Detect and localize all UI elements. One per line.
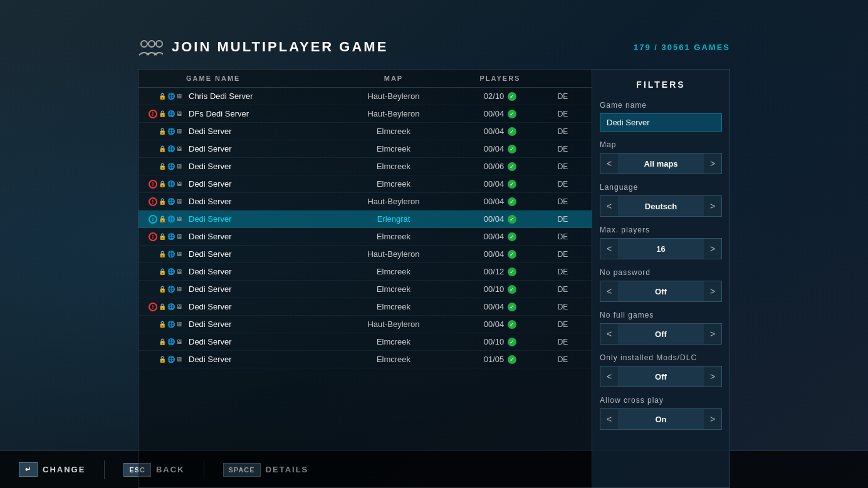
players-cell: 00/10 ✓ — [456, 284, 544, 294]
filters-title: FILTERS — [600, 80, 722, 90]
players-cell: 00/04 ✓ — [456, 197, 544, 206]
filter-map: Map < All maps > — [600, 140, 722, 174]
no-password-next-arrow[interactable]: > — [704, 281, 721, 301]
globe-icon: 🌐 — [167, 304, 175, 310]
filter-max-players: Max. players < 16 > — [600, 226, 722, 259]
lock-icon: 🔒 — [159, 339, 166, 345]
lock-icon: 🔒 — [159, 356, 166, 363]
map-name: Elmcreek — [331, 144, 456, 153]
table-row[interactable]: ! 🔒 🌐 🖥 Dedi Server Haut-Beyleron 00/04 … — [139, 193, 592, 210]
server-name: DFs Dedi Server — [186, 109, 331, 118]
table-row[interactable]: ! 🔒 🌐 🖥 DFs Dedi Server Haut-Beyleron 00… — [139, 105, 592, 123]
table-row[interactable]: 🔒 🌐 🖥 Dedi Server Haut-Beyleron 00/04 ✓ … — [139, 246, 592, 263]
table-header: GAME NAME MAP PLAYERS — [139, 70, 592, 88]
max-players-next-arrow[interactable]: > — [704, 239, 721, 259]
cross-play-value: On — [618, 412, 704, 427]
max-players-prev-arrow[interactable]: < — [600, 239, 618, 259]
status-badge: ✓ — [508, 232, 516, 241]
table-row[interactable]: 🔒 🌐 🖥 Dedi Server Elmcreek 00/12 ✓ DE — [139, 263, 592, 281]
page-header: JOIN MULTIPLAYER GAME 179 / 30561 GAMES — [138, 38, 730, 56]
map-next-arrow[interactable]: > — [704, 153, 721, 174]
screen-icon: 🖥 — [176, 356, 182, 363]
row-icons: 🔒 🌐 🖥 — [149, 128, 186, 135]
lang-badge: DE — [544, 215, 582, 224]
globe-icon: 🌐 — [167, 181, 175, 187]
players-cell: 00/04 ✓ — [456, 249, 544, 259]
game-count: 179 / 30561 GAMES — [634, 43, 730, 52]
lock-icon: 🔒 — [159, 286, 166, 293]
lang-badge: DE — [544, 285, 582, 294]
status-badge: ✓ — [508, 110, 516, 118]
server-name: Dedi Server — [186, 284, 331, 294]
table-row[interactable]: 🔒 🌐 🖥 Dedi Server Haut-Beyleron 00/04 ✓ … — [139, 316, 592, 333]
server-name: Dedi Server — [186, 267, 331, 276]
no-full-games-next-arrow[interactable]: > — [704, 324, 721, 344]
svg-point-2 — [156, 41, 162, 47]
warning-icon: ! — [149, 232, 157, 241]
lang-badge: DE — [544, 110, 582, 118]
only-mods-next-arrow[interactable]: > — [704, 366, 721, 387]
map-label: Map — [600, 140, 722, 149]
map-name: Elmcreek — [331, 162, 456, 171]
no-full-games-value: Off — [618, 327, 704, 341]
filter-no-full-games: No full games < Off > — [600, 311, 722, 345]
cross-play-next-arrow[interactable]: > — [704, 409, 721, 429]
row-icons: 🔒 🌐 🖥 — [149, 321, 186, 328]
globe-icon: 🌐 — [167, 339, 175, 345]
table-row[interactable]: 🔒 🌐 🖥 Dedi Server Elmcreek 01/05 ✓ DE — [139, 351, 592, 368]
only-mods-value: Off — [618, 370, 704, 384]
table-row[interactable]: 🔒 🌐 🖥 Dedi Server Elmcreek 00/10 ✓ DE — [139, 281, 592, 298]
language-next-arrow[interactable]: > — [704, 196, 721, 216]
table-row[interactable]: 🔒 🌐 🖥 Dedi Server Elmcreek 00/04 ✓ DE — [139, 123, 592, 140]
col-players: PLAYERS — [456, 75, 544, 82]
row-icons: 🔒 🌐 🖥 — [149, 146, 186, 152]
no-full-games-prev-arrow[interactable]: < — [600, 324, 618, 344]
lang-badge: DE — [544, 145, 582, 153]
lang-badge: DE — [544, 267, 582, 276]
table-row[interactable]: 🔒 🌐 🖥 Chris Dedi Server Haut-Beyleron 02… — [139, 88, 592, 105]
lock-icon: 🔒 — [159, 234, 166, 240]
max-players-label: Max. players — [600, 226, 722, 234]
status-badge: ✓ — [508, 127, 516, 136]
language-prev-arrow[interactable]: < — [600, 196, 618, 216]
table-row[interactable]: ! 🔒 🌐 🖥 Dedi Server Elmcreek 00/04 ✓ DE — [139, 298, 592, 316]
screen-icon: 🖥 — [176, 93, 182, 100]
globe-icon: 🌐 — [167, 286, 175, 293]
globe-icon: 🌐 — [167, 146, 175, 152]
warning-icon: ! — [149, 303, 157, 311]
no-password-prev-arrow[interactable]: < — [600, 281, 618, 301]
no-password-value: Off — [618, 284, 704, 299]
map-name: Haut-Beyleron — [331, 319, 456, 329]
players-cell: 02/10 ✓ — [456, 91, 544, 101]
only-mods-prev-arrow[interactable]: < — [600, 366, 618, 387]
lock-icon: 🔒 — [159, 111, 166, 117]
warning-icon: ! — [149, 180, 157, 189]
table-row[interactable]: ! 🔒 🌐 🖥 Dedi Server Elmcreek 00/04 ✓ DE — [139, 175, 592, 193]
cross-play-prev-arrow[interactable]: < — [600, 409, 618, 429]
players-cell: 00/04 ✓ — [456, 302, 544, 311]
table-row[interactable]: 🔒 🌐 🖥 Dedi Server Elmcreek 00/06 ✓ DE — [139, 158, 592, 175]
map-prev-arrow[interactable]: < — [600, 153, 618, 174]
status-badge: ✓ — [508, 92, 516, 101]
table-row[interactable]: i 🔒 🌐 🖥 Dedi Server Erlengrat 00/04 ✓ DE — [139, 210, 592, 228]
row-icons: 🔒 🌐 🖥 — [149, 93, 186, 100]
screen-icon: 🖥 — [176, 321, 182, 328]
map-name: Elmcreek — [331, 302, 456, 311]
game-name-input[interactable] — [600, 113, 722, 132]
main-container: JOIN MULTIPLAYER GAME 179 / 30561 GAMES … — [0, 0, 868, 488]
screen-icon: 🖥 — [176, 304, 182, 310]
lock-icon: 🔒 — [159, 199, 166, 205]
lock-icon: 🔒 — [159, 164, 166, 170]
status-badge: ✓ — [508, 162, 516, 171]
players-cell: 00/04 ✓ — [456, 179, 544, 189]
lock-icon: 🔒 — [159, 146, 166, 152]
table-row[interactable]: 🔒 🌐 🖥 Dedi Server Elmcreek 00/04 ✓ DE — [139, 140, 592, 158]
map-name: Elmcreek — [331, 267, 456, 276]
lock-icon: 🔒 — [159, 93, 166, 100]
status-badge: ✓ — [508, 267, 516, 276]
language-label: Language — [600, 183, 722, 192]
row-icons: 🔒 🌐 🖥 — [149, 251, 186, 257]
table-row[interactable]: 🔒 🌐 🖥 Dedi Server Elmcreek 00/10 ✓ DE — [139, 333, 592, 351]
table-row[interactable]: ! 🔒 🌐 🖥 Dedi Server Elmcreek 00/04 ✓ DE — [139, 228, 592, 246]
row-icons: 🔒 🌐 🖥 — [149, 356, 186, 363]
